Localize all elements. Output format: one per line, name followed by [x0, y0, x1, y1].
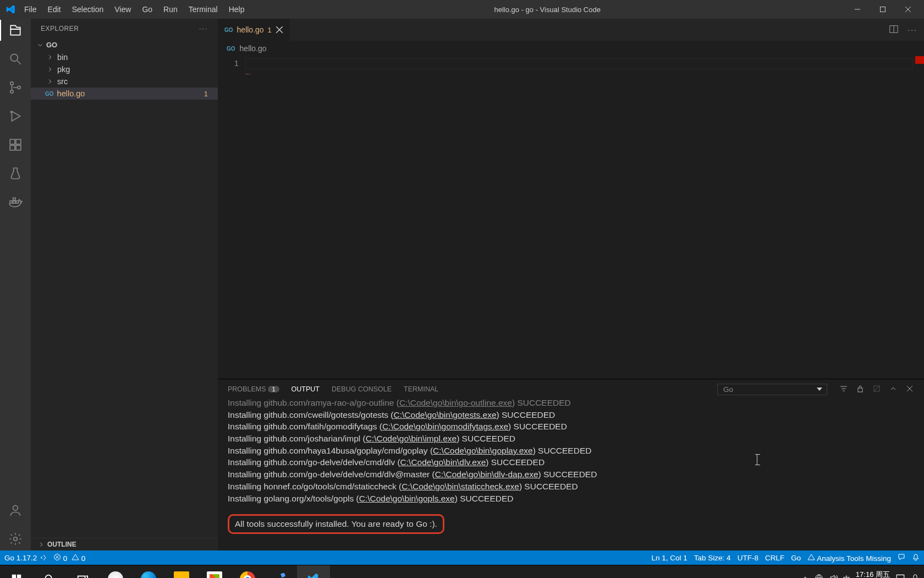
file-label: hello.go: [57, 89, 85, 98]
task-view-icon[interactable]: [66, 565, 99, 579]
svg-rect-1: [881, 7, 886, 12]
status-problems[interactable]: 0 0: [53, 553, 85, 563]
folder-src[interactable]: src: [31, 75, 218, 88]
activity-settings-gear-icon[interactable]: [0, 532, 31, 546]
chevron-down-icon: [817, 388, 822, 391]
tray-ime[interactable]: 中: [843, 574, 850, 579]
taskbar-app-2[interactable]: [264, 565, 297, 579]
status-encoding[interactable]: UTF-8: [738, 554, 758, 562]
panel-tab-terminal[interactable]: TERMINAL: [404, 385, 438, 393]
status-cursor-position[interactable]: Ln 1, Col 1: [652, 554, 688, 562]
status-feedback-icon[interactable]: [898, 553, 905, 563]
panel-tab-problems[interactable]: PROBLEMS1: [228, 385, 279, 393]
menu-help[interactable]: Help: [223, 2, 250, 17]
overview-ruler[interactable]: [913, 56, 924, 379]
svg-point-35: [46, 575, 52, 578]
svg-rect-17: [13, 198, 15, 200]
svg-rect-11: [16, 139, 21, 144]
panel-tab-debug-console[interactable]: DEBUG CONSOLE: [332, 385, 392, 393]
window-minimize-button[interactable]: [845, 0, 870, 19]
folder-bin[interactable]: bin: [31, 51, 218, 63]
status-notifications-icon[interactable]: [912, 553, 920, 563]
taskbar-search-icon[interactable]: [33, 565, 66, 579]
menu-edit[interactable]: Edit: [42, 2, 67, 17]
folder-pkg[interactable]: pkg: [31, 63, 218, 75]
editor-more-icon[interactable]: ···: [908, 25, 917, 34]
panel-tab-output[interactable]: OUTPUT: [292, 385, 320, 393]
output-channel-select[interactable]: Go: [717, 384, 827, 395]
output-success-highlight: All tools successfully installed. You ar…: [228, 514, 444, 534]
taskbar-file-explorer[interactable]: [165, 565, 198, 579]
breadcrumb[interactable]: hello.go: [218, 41, 924, 56]
status-indentation[interactable]: Tab Size: 4: [694, 554, 731, 562]
vscode-logo-icon: [3, 4, 19, 14]
output-channel-label: Go: [723, 385, 733, 394]
title-bar: File Edit Selection View Go Run Terminal…: [0, 0, 924, 19]
menu-run[interactable]: Run: [158, 2, 183, 17]
system-tray: 中 17:16 周五 2021/10/8: [801, 570, 924, 578]
taskbar-chrome[interactable]: [231, 565, 264, 579]
tab-label: hello.go: [237, 25, 264, 34]
text-cursor-icon: [757, 454, 757, 465]
status-analysis-tools[interactable]: Analysis Tools Missing: [807, 553, 891, 563]
svg-rect-14: [10, 201, 12, 203]
explorer-title: EXPLORER: [41, 25, 79, 32]
outline-section[interactable]: OUTLINE: [31, 538, 218, 550]
window-maximize-button[interactable]: [870, 0, 895, 19]
workspace-root-label: GO: [46, 41, 57, 49]
output-content[interactable]: Installing github.com/ramya-rao-a/go-out…: [218, 399, 924, 550]
status-go-version[interactable]: Go 1.17.2: [4, 554, 47, 562]
menu-selection[interactable]: Selection: [67, 2, 109, 17]
taskbar-microsoft-store[interactable]: [198, 565, 231, 579]
window-title: hello.go - go - Visual Studio Code: [250, 6, 845, 14]
panel-chevron-up-icon[interactable]: [889, 384, 898, 395]
status-eol[interactable]: CRLF: [765, 554, 784, 562]
tab-hello-go[interactable]: hello.go 1: [218, 19, 290, 41]
tray-action-center-icon[interactable]: [895, 573, 905, 578]
svg-rect-15: [13, 201, 15, 203]
tray-volume-icon[interactable]: [829, 574, 838, 578]
file-hello-go[interactable]: hello.go 1: [31, 88, 218, 100]
tab-close-icon[interactable]: [276, 26, 283, 34]
output-filter-icon[interactable]: [839, 384, 848, 395]
menu-terminal[interactable]: Terminal: [183, 2, 223, 17]
activity-accounts-icon[interactable]: [0, 503, 31, 517]
tray-notifications-icon[interactable]: [911, 574, 920, 578]
tray-network-icon[interactable]: [815, 574, 823, 578]
menu-file[interactable]: File: [19, 2, 42, 17]
outline-label: OUTLINE: [47, 541, 76, 548]
menu-go[interactable]: Go: [136, 2, 158, 17]
problems-count-badge: 1: [268, 386, 279, 392]
go-file-icon: [227, 46, 235, 52]
svg-rect-16: [16, 201, 18, 203]
menu-view[interactable]: View: [109, 2, 136, 17]
activity-explorer-icon[interactable]: [0, 23, 31, 37]
split-editor-icon[interactable]: [889, 24, 899, 36]
taskbar-app-1[interactable]: [99, 565, 132, 579]
folder-label: bin: [57, 53, 68, 62]
output-clear-icon[interactable]: [872, 384, 881, 395]
activity-testing-icon[interactable]: [0, 166, 31, 181]
error-marker-icon: [915, 56, 924, 64]
activity-source-control-icon[interactable]: [0, 80, 31, 95]
panel-close-icon[interactable]: [905, 384, 914, 395]
activity-run-debug-icon[interactable]: [0, 109, 31, 123]
code-editor[interactable]: 1 ﹏: [218, 56, 924, 379]
breadcrumb-item: hello.go: [240, 44, 267, 53]
window-close-button[interactable]: [895, 0, 921, 19]
error-squiggle-icon: ﹏: [245, 68, 913, 77]
svg-line-5: [17, 61, 21, 64]
activity-docker-icon[interactable]: [0, 195, 31, 209]
svg-rect-10: [10, 139, 15, 144]
explorer-more-icon[interactable]: ···: [199, 25, 208, 32]
output-lock-icon[interactable]: [856, 384, 865, 395]
start-button[interactable]: [0, 565, 33, 579]
tray-clock[interactable]: 17:16 周五 2021/10/8: [856, 570, 890, 578]
taskbar-edge[interactable]: [132, 565, 165, 579]
workspace-root[interactable]: GO: [31, 39, 218, 51]
activity-search-icon[interactable]: [0, 52, 31, 66]
tray-chevron-up-icon[interactable]: [801, 574, 809, 578]
taskbar-vscode[interactable]: [297, 565, 330, 579]
activity-extensions-icon[interactable]: [0, 138, 31, 152]
status-language-mode[interactable]: Go: [791, 554, 801, 562]
